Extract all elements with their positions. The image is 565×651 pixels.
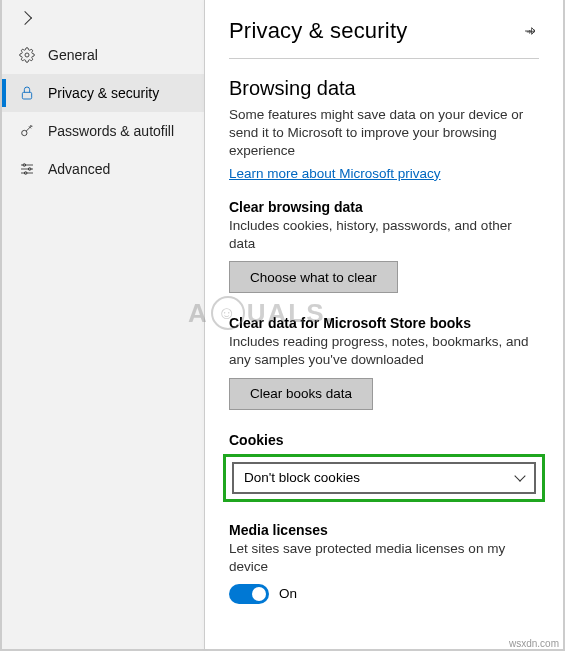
clear-browsing-heading: Clear browsing data xyxy=(229,199,539,215)
svg-point-2 xyxy=(22,130,27,135)
page-title: Privacy & security xyxy=(229,18,523,44)
pin-icon[interactable] xyxy=(523,23,539,39)
key-icon xyxy=(18,123,36,139)
clear-books-button[interactable]: Clear books data xyxy=(229,378,373,410)
attribution-text: wsxdn.com xyxy=(509,638,559,649)
sidebar-item-label: Passwords & autofill xyxy=(48,123,204,139)
sliders-icon xyxy=(18,161,36,177)
sidebar-expand[interactable] xyxy=(2,0,204,36)
clear-books-heading: Clear data for Microsoft Store books xyxy=(229,315,539,331)
sidebar-item-advanced[interactable]: Advanced xyxy=(2,150,204,188)
sidebar-item-label: Privacy & security xyxy=(48,85,204,101)
cookies-heading: Cookies xyxy=(229,432,539,448)
chevron-down-icon xyxy=(516,475,524,480)
cookies-dropdown[interactable]: Don't block cookies xyxy=(232,462,536,494)
sidebar-item-privacy-security[interactable]: Privacy & security xyxy=(2,74,204,112)
gear-icon xyxy=(18,47,36,63)
sidebar: General Privacy & security Passwords & a… xyxy=(2,0,205,649)
lock-icon xyxy=(18,85,36,101)
cookies-highlight: Don't block cookies xyxy=(223,454,545,502)
sidebar-item-label: General xyxy=(48,47,204,63)
privacy-learn-more-link[interactable]: Learn more about Microsoft privacy xyxy=(229,166,441,181)
clear-books-desc: Includes reading progress, notes, bookma… xyxy=(229,333,539,369)
svg-point-0 xyxy=(25,53,29,57)
sidebar-item-general[interactable]: General xyxy=(2,36,204,74)
main-panel: Privacy & security Browsing data Some fe… xyxy=(205,0,563,649)
browsing-data-desc: Some features might save data on your de… xyxy=(229,106,539,161)
settings-scroll[interactable]: Browsing data Some features might save d… xyxy=(205,59,563,649)
media-licenses-toggle-row: On xyxy=(229,584,539,604)
sidebar-item-label: Advanced xyxy=(48,161,204,177)
media-licenses-heading: Media licenses xyxy=(229,522,539,538)
cookies-selected-value: Don't block cookies xyxy=(244,470,360,485)
page-header: Privacy & security xyxy=(205,0,563,52)
svg-rect-1 xyxy=(22,92,31,99)
clear-browsing-desc: Includes cookies, history, passwords, an… xyxy=(229,217,539,253)
media-licenses-toggle[interactable] xyxy=(229,584,269,604)
sidebar-item-passwords-autofill[interactable]: Passwords & autofill xyxy=(2,112,204,150)
media-licenses-toggle-label: On xyxy=(279,586,297,601)
media-licenses-desc: Let sites save protected media licenses … xyxy=(229,540,539,576)
chevron-right-icon xyxy=(16,13,34,23)
settings-window: General Privacy & security Passwords & a… xyxy=(0,0,565,651)
choose-what-to-clear-button[interactable]: Choose what to clear xyxy=(229,261,398,293)
browsing-data-heading: Browsing data xyxy=(229,77,539,100)
